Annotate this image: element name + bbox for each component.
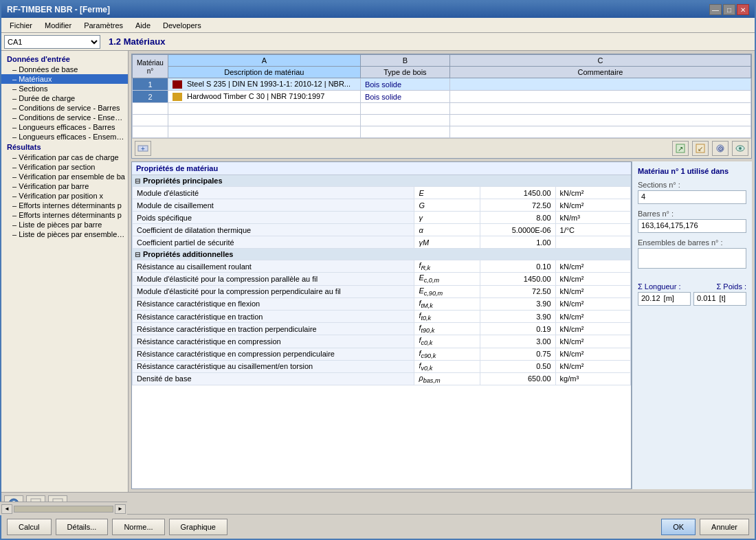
table-row[interactable]: 2 Hardwood Timber C 30 | NBR 7190:1997 B… [133,91,751,103]
sidebar-item-donnees-base[interactable]: Données de base [1,65,128,74]
prop-add-val-3: 3.90 [480,297,555,310]
sidebar-item-verif-section[interactable]: Vérification par section [1,162,128,172]
menu-fichier[interactable]: Fichier [4,20,38,31]
col-a-header: A [168,55,360,67]
table-toolbar-right: ↗ ↙ ⚙ [672,141,748,156]
prop-val-1: 72.50 [480,199,555,212]
prop-add-sym-7: fc90,k [414,348,480,360]
svg-text:+: + [141,145,145,153]
mat-desc-1[interactable]: Steel S 235 | DIN EN 1993-1-1: 2010-12 |… [168,78,360,91]
menu-bar: Fichier Modifier Paramètres Aide Develop… [1,18,755,33]
prop-row: Densité de base ρbas,m 650.00 kg/m³ [133,372,631,385]
calcul-button[interactable]: Calcul [7,519,52,535]
prop-unit-2: kN/m³ [555,212,630,224]
prop-row: Module de cisaillement G 72.50 kN/cm² [133,199,631,212]
sidebar-item-materiaux[interactable]: Matériaux [1,74,128,84]
menu-developers[interactable]: Developers [157,20,207,31]
sidebar-item-longueurs-ensemble[interactable]: Longueurs efficaces - Ensemble [1,132,128,142]
col-c-header: C [449,55,751,67]
prop-add-unit-8: kN/cm² [555,360,630,372]
toolbar: CA1 1.2 Matériaux [1,33,755,51]
prop-row: Coefficient partiel de sécurité γM 1.00 [133,236,631,249]
annuler-button[interactable]: Annuler [700,519,749,535]
sidebar-item-efforts-int-1[interactable]: Efforts internes déterminants p [1,201,128,210]
minimize-button[interactable]: — [709,4,722,15]
svg-text:↗: ↗ [678,145,683,153]
sidebar-item-liste-pieces-barre[interactable]: Liste de pièces par barre [1,220,128,229]
sidebar-item-verif-barre[interactable]: Vérification par barre [1,181,128,191]
prop-add-unit-0: kN/cm² [555,260,630,273]
col-num-header: Matériau n° [133,55,168,78]
table-row[interactable]: 1 Steel S 235 | DIN EN 1993-1-1: 2010-12… [133,78,751,91]
mat-desc-2[interactable]: Hardwood Timber C 30 | NBR 7190:1997 [168,91,360,103]
bars-value: 163,164,175,176 [638,219,746,233]
prop-unit-3: 1/°C [555,224,630,236]
prop-add-sym-5: ft90,k [414,323,480,335]
prop-add-unit-7: kN/cm² [555,348,630,360]
sum-length-value: 20.12 [m] [638,292,691,306]
prop-sym-2: γ [414,212,480,224]
prop-add-unit-1: kN/cm² [555,273,630,285]
prop-add-unit-5: kN/cm² [555,323,630,335]
mat-num-1: 1 [133,78,168,91]
add-row-button[interactable]: + [135,141,151,156]
export-button[interactable]: ↗ [672,141,689,156]
sidebar-item-efforts-int-2[interactable]: Efforts internes déterminants p [1,210,128,220]
member-sets-value [638,248,746,269]
mat-color-1 [173,80,182,89]
svg-text:⚙: ⚙ [717,145,723,153]
sidebar-item-longueurs-barres[interactable]: Longueurs efficaces - Barres [1,122,128,132]
prop-add-val-1: 1450.00 [480,273,555,285]
col-c-subheader: Commentaire [449,67,751,78]
sidebar-item-conditions-barres[interactable]: Conditions de service - Barres [1,103,128,113]
svg-point-9 [739,147,742,150]
menu-aide[interactable]: Aide [130,20,156,31]
import-button[interactable]: ↙ [692,141,709,156]
window-title: RF-TIMBER NBR - [Ferme] [7,5,110,14]
details-button[interactable]: Détails... [56,519,109,535]
sidebar-item-liste-pieces-ensemble[interactable]: Liste de pièces par ensemble de [1,229,128,239]
col-b-header: B [360,55,449,67]
norme-button[interactable]: Norme... [112,519,164,535]
prop-row: Résistance caractéristique en traction f… [133,310,631,322]
prop-add-val-6: 3.00 [480,335,555,348]
properties-panel: Propriétés de matériau ⊟ Propriétés prin… [131,161,632,489]
settings-button[interactable]: ⚙ [712,141,729,156]
sidebar-item-duree-charge[interactable]: Durée de charge [1,93,128,103]
prop-sym-4: γM [414,236,480,249]
props-group-additional[interactable]: ⊟ Propriétés additionnelles [132,249,631,260]
prop-row: Module d'élasticité E 1450.00 kN/cm² [133,187,631,199]
prop-name-2: Poids spécifique [133,212,414,224]
menu-parametres[interactable]: Paramètres [78,20,129,31]
sum-labels-row: Σ Longueur : Σ Poids : [638,282,746,291]
props-group-main[interactable]: ⊟ Propriétés principales [132,175,631,186]
materials-table: Matériau n° A B C Description de matéria… [132,54,751,138]
table-row[interactable] [133,126,751,138]
maximize-button[interactable]: □ [723,4,735,15]
menu-modifier[interactable]: Modifier [39,20,77,31]
sidebar-item-conditions-ensemble[interactable]: Conditions de service - Ensemb [1,113,128,122]
sidebar-item-verif-ensemble[interactable]: Vérification par ensemble de ba [1,172,128,181]
prop-row: Résistance caractéristique au cisailleme… [133,360,631,372]
view-button[interactable] [732,141,748,156]
props-table-additional: Résistance au cisaillement roulant fR,k … [132,260,631,385]
ok-button[interactable]: OK [661,519,696,535]
sidebar-item-verif-cas[interactable]: Vérification par cas de charge [1,153,128,162]
sidebar-item-verif-position[interactable]: Vérification par position x [1,191,128,201]
sidebar: Données d'entrée Données de base Matéria… [1,51,129,492]
case-dropdown[interactable]: CA1 [4,35,100,49]
properties-title: Propriétés de matériau [132,162,631,175]
prop-add-sym-4: ft0,k [414,310,480,322]
svg-text:↙: ↙ [698,145,703,153]
sidebar-item-sections[interactable]: Sections [1,84,128,93]
close-button[interactable]: ✕ [737,4,749,15]
graphique-button[interactable]: Graphique [169,519,227,535]
prop-unit-1: kN/cm² [555,199,630,212]
prop-add-unit-2: kN/cm² [555,285,630,297]
prop-add-sym-0: fR,k [414,260,480,273]
table-row[interactable] [133,103,751,115]
sum-length-label: Σ Longueur : [638,282,680,291]
collapse-icon-1: ⊟ [135,177,140,185]
table-row[interactable] [133,115,751,126]
table-toolbar-left: + [135,141,151,156]
